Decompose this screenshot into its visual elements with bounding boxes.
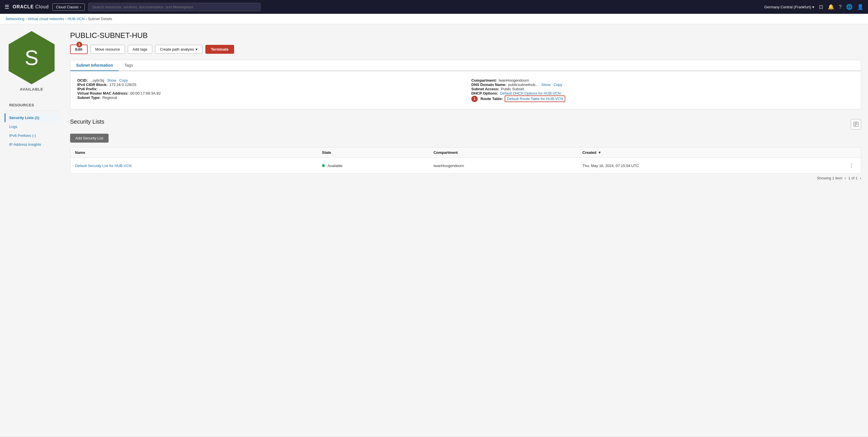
edit-btn-wrapper: 2 Edit	[70, 45, 88, 54]
info-row-dns: DNS Domain Name: publicsubnethub... Show…	[471, 83, 854, 87]
sidebar-item-security-lists[interactable]: Security Lists (1)	[5, 113, 59, 122]
oracle-logo: ORACLE Cloud	[13, 4, 49, 9]
sort-icon[interactable]: ▾	[598, 150, 600, 155]
compartment-value: IwanHoogendoorn	[499, 78, 529, 83]
hexagon-letter: S	[25, 46, 38, 69]
add-security-list-button[interactable]: Add Security List	[70, 134, 108, 143]
breadcrumb-hub-vcn[interactable]: HUB-VCN	[67, 17, 85, 21]
topnav-right: Germany Central (Frankfurt) ▾ ⊡ 🔔 ? 🌐 👤	[764, 4, 863, 10]
create-path-analysis-button[interactable]: Create path analysis ▾	[155, 45, 203, 54]
top-navigation: ☰ ORACLE Cloud Cloud Classic › Germany C…	[0, 0, 868, 14]
breadcrumb-current: Subnet Details	[88, 17, 112, 21]
security-table: Name State Compartment Created ▾	[70, 147, 861, 173]
dns-label: DNS Domain Name:	[471, 83, 506, 87]
route-table-highlight: Default Route Table for HUB-VCN	[505, 95, 565, 102]
dns-show-link[interactable]: Show	[541, 83, 551, 87]
info-row-compartment: Compartment: IwanHoogendoorn	[471, 78, 854, 83]
dns-copy-link[interactable]: Copy	[554, 83, 562, 87]
user-icon[interactable]: 👤	[857, 4, 863, 10]
info-col-left: OCID: ...uybr3q Show Copy IPv4 CIDR Bloc…	[77, 78, 460, 102]
create-path-analysis-label: Create path analysis	[160, 47, 194, 52]
breadcrumb-sep3: ›	[86, 17, 88, 21]
svg-rect-2	[855, 124, 857, 124]
sidebar-item-ip-address-insights[interactable]: IP Address Insights	[5, 140, 59, 149]
subnet-access-value: Public Subnet	[501, 87, 524, 91]
info-row-ocid: OCID: ...uybr3q Show Copy	[77, 78, 460, 83]
security-lists-title: Security Lists	[70, 118, 104, 125]
step-1-badge: 1	[471, 96, 478, 102]
info-grid: OCID: ...uybr3q Show Copy IPv4 CIDR Bloc…	[77, 78, 854, 102]
sidebar-item-ipv6-prefixes[interactable]: IPv6 Prefixes (-)	[5, 131, 59, 140]
region-selector[interactable]: Germany Central (Frankfurt) ▾	[764, 5, 814, 9]
ocid-copy-link[interactable]: Copy	[119, 78, 128, 83]
ipv4-label: IPv4 CIDR Block:	[77, 83, 107, 87]
cell-state: Available	[317, 158, 429, 174]
col-created-label: Created	[583, 150, 596, 155]
dhcp-label: DHCP Options:	[471, 91, 498, 95]
table-row: Default Security List for HUB-VCN Availa…	[70, 158, 861, 174]
subnet-access-label: Subnet Access:	[471, 87, 499, 91]
info-row-dhcp: DHCP Options: Default DHCP Options for H…	[471, 91, 854, 95]
showing-count-row: Showing 1 item ‹ 1 of 1 ›	[70, 174, 861, 181]
tab-tags[interactable]: Tags	[119, 60, 139, 71]
dhcp-link[interactable]: Default DHCP Options for HUB-VCN	[500, 91, 561, 95]
ipv4-value: 172.16.0.128/25	[109, 83, 136, 87]
dropdown-arrow-icon: ▾	[195, 47, 197, 52]
ipv6-label: IPv6 Prefix:	[77, 87, 98, 91]
nav-prev-icon[interactable]: ‹	[845, 176, 846, 180]
kebab-menu-icon[interactable]: ⋮	[846, 161, 856, 170]
col-header-compartment: Compartment	[429, 147, 578, 158]
info-panel-wrapper: Subnet Information Tags OCID: ...uybr3q …	[70, 60, 861, 109]
nav-next-icon[interactable]: ›	[860, 176, 861, 180]
ipv6-value: -	[99, 87, 100, 91]
info-row-subnet-type: Subnet Type: Regional	[77, 95, 460, 100]
globe-icon[interactable]: 🌐	[846, 4, 852, 10]
info-row-ipv4: IPv4 CIDR Block: 172.16.0.128/25	[77, 83, 460, 87]
hexagon-container: S	[9, 31, 55, 84]
action-bar: 2 Edit Move resource Add tags Create pat…	[70, 45, 861, 54]
sidebar-resources-title: Resources	[5, 103, 59, 110]
search-input[interactable]	[88, 3, 260, 11]
route-table-label: Route Table:	[480, 96, 503, 101]
cell-created: Thu, May 16, 2024, 07:15:04 UTC ⋮	[578, 158, 861, 173]
edit-badge: 2	[76, 42, 82, 48]
bell-icon[interactable]: 🔔	[828, 4, 834, 10]
col-header-state: State	[317, 147, 429, 158]
status-value: Available	[328, 164, 343, 168]
help-icon[interactable]: ?	[839, 4, 842, 10]
display-icon[interactable]: ⊡	[819, 4, 823, 10]
security-lists-section: Security Lists Add Security List	[70, 118, 861, 181]
subnet-info-panel: OCID: ...uybr3q Show Copy IPv4 CIDR Bloc…	[70, 71, 861, 109]
svg-rect-1	[855, 123, 857, 123]
move-resource-button[interactable]: Move resource	[91, 45, 125, 54]
hamburger-icon[interactable]: ☰	[5, 4, 9, 10]
chevron-down-icon: ▾	[812, 5, 814, 9]
mac-value: 00:00:17:69:3A:82	[130, 91, 161, 95]
route-table-link[interactable]: Default Route Table for HUB-VCN	[507, 96, 563, 101]
cell-compartment: IwanHoogendoorn	[429, 158, 578, 174]
table-help-icon[interactable]	[851, 119, 861, 129]
security-list-link[interactable]: Default Security List for HUB-VCN	[75, 164, 131, 168]
col-header-created[interactable]: Created ▾	[578, 147, 861, 158]
cloud-classic-button[interactable]: Cloud Classic ›	[52, 3, 85, 11]
content-area: PUBLIC-SUBNET-HUB 2 Edit Move resource A…	[63, 24, 868, 437]
created-value: Thu, May 16, 2024, 07:15:04 UTC	[583, 164, 639, 168]
add-tags-button[interactable]: Add tags	[128, 45, 152, 54]
breadcrumb-sep1: ›	[26, 17, 28, 21]
breadcrumb-networking[interactable]: Networking	[6, 17, 24, 21]
ocid-value: ...uybr3q	[90, 78, 104, 83]
subnet-type-value: Regional	[102, 95, 117, 100]
breadcrumb-vcn[interactable]: Virtual cloud networks	[28, 17, 64, 21]
main-container: S AVAILABLE Resources Security Lists (1)…	[0, 24, 868, 437]
col-state-label: State	[322, 150, 331, 155]
info-row-route-table: 1 Route Table: Default Route Table for H…	[471, 95, 854, 102]
col-name-label: Name	[75, 150, 85, 155]
tabs: Subnet Information Tags	[70, 60, 861, 71]
tab-subnet-information[interactable]: Subnet Information	[70, 60, 119, 71]
sidebar-item-logs[interactable]: Logs	[5, 122, 59, 131]
ocid-label: OCID:	[77, 78, 88, 83]
info-row-mac: Virtual Router MAC Address: 00:00:17:69:…	[77, 91, 460, 95]
ocid-show-link[interactable]: Show	[107, 78, 116, 83]
left-panel: S AVAILABLE Resources Security Lists (1)…	[0, 24, 63, 437]
terminate-button[interactable]: Terminate	[205, 45, 234, 54]
